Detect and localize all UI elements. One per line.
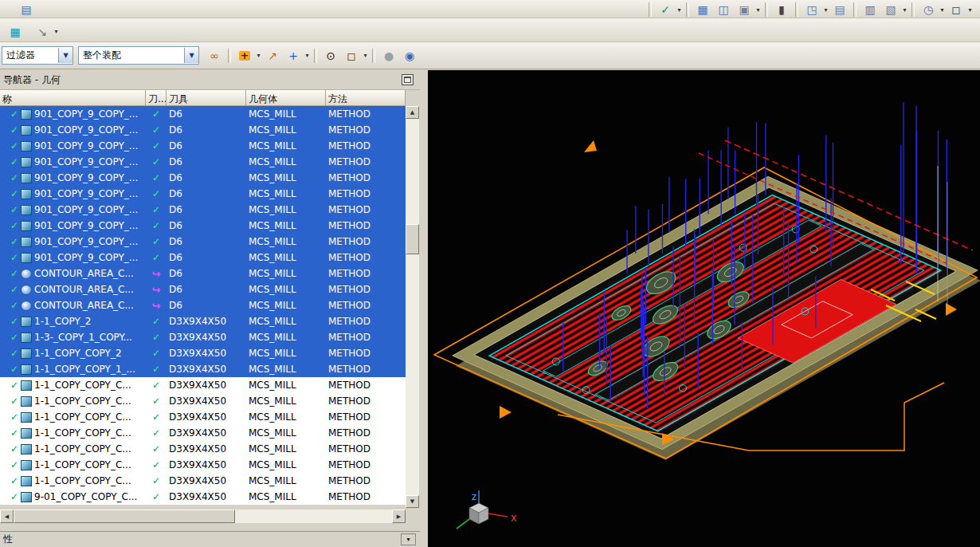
column-header-toolpath[interactable]: 刀... — [146, 90, 167, 106]
operation-row[interactable]: ✓1-1_COPY_COPY_C...✓D3X9X4X50MCS_MILLMET… — [0, 441, 406, 457]
shaded-sphere-icon[interactable]: ● — [379, 47, 398, 65]
grid-icon[interactable]: ▤ — [17, 1, 36, 18]
operation-row[interactable]: ✓CONTOUR_AREA_C...↪D6MCS_MILLMETHOD — [0, 297, 406, 313]
assembly-scope-arrow[interactable]: ▼ — [184, 48, 198, 63]
dropdown-caret-icon[interactable]: ▾ — [966, 6, 974, 14]
geometry-cell: MCS_MILL — [246, 457, 326, 473]
operation-row[interactable]: ✓1-1_COPY_2✓D3X9X4X50MCS_MILLMETHOD — [0, 313, 406, 329]
document-icon[interactable]: ▤ — [830, 1, 849, 18]
scroll-up-icon[interactable]: ▲ — [406, 106, 419, 119]
snap-point-icon[interactable]: + — [235, 47, 254, 65]
column-header-geometry[interactable]: 几何体 — [246, 90, 326, 106]
operation-row[interactable]: ✓901_COPY_9_COPY_...✓D6MCS_MILLMETHOD — [0, 122, 406, 138]
dropdown-caret-icon[interactable]: ▾ — [822, 6, 829, 14]
dropdown-caret-icon[interactable]: ▾ — [755, 6, 762, 14]
ibeam-icon[interactable]: ▮ — [772, 1, 791, 18]
geometry-cell: MCS_MILL — [246, 409, 326, 425]
operation-row[interactable]: ✓1-1_COPY_COPY_C...✓D3X9X4X50MCS_MILLMET… — [0, 409, 406, 425]
geometry-cell: MCS_MILL — [246, 377, 326, 393]
operation-name-cell: ✓901_COPY_9_COPY_... — [0, 138, 146, 154]
dropdown-caret-icon[interactable]: ▾ — [304, 52, 311, 59]
dropdown-caret-icon[interactable]: ▾ — [53, 28, 60, 35]
snap-settings-icon: + — [288, 50, 298, 61]
operation-row[interactable]: ✓1-1_COPY_COPY_1_...✓D3X9X4X50MCS_MILLME… — [0, 361, 406, 377]
wireframe-sphere-icon[interactable]: ◉ — [400, 47, 419, 65]
restore-window-icon[interactable] — [402, 74, 414, 85]
operation-row[interactable]: ✓CONTOUR_AREA_C...↪D6MCS_MILLMETHOD — [0, 281, 406, 297]
tool-cell: D6 — [167, 266, 246, 281]
vertical-scrollbar[interactable]: ▲ ▼ — [406, 106, 419, 508]
orient-arrow-icon[interactable]: ↘ — [33, 23, 52, 41]
scroll-down-icon[interactable]: ▼ — [406, 495, 419, 508]
mill-operation-icon — [21, 444, 32, 455]
vertical-scroll-thumb[interactable] — [406, 224, 419, 254]
mill-operation-icon — [21, 364, 32, 375]
operation-name: 1-1_COPY_COPY_C... — [34, 475, 131, 486]
method-cell: METHOD — [326, 154, 406, 170]
scroll-left-icon[interactable]: ◀ — [0, 510, 14, 523]
apply-check-icon[interactable]: ✓ — [656, 1, 675, 18]
operation-row[interactable]: ✓9-01_COPY_COPY_C...✓D3X9X4X50MCS_MILLME… — [0, 489, 406, 505]
operation-name: 901_COPY_9_COPY_... — [34, 204, 138, 215]
point-arrow-icon[interactable]: ↗ — [263, 47, 282, 65]
dependencies-bar: 性 ▾ — [0, 531, 420, 547]
scroll-right-icon[interactable]: ▶ — [392, 510, 406, 523]
worksheet-icon[interactable]: ▦ — [6, 23, 25, 41]
dropdown-caret-icon[interactable]: ▾ — [362, 52, 369, 59]
panel-rows-icon[interactable]: ▥ — [860, 1, 880, 18]
operation-row[interactable]: ✓1-3-_COPY_1_COPY...✓D3X9X4X50MCS_MILLME… — [0, 329, 406, 345]
graphics-window[interactable]: ZX — [428, 70, 980, 547]
window-corner-icon[interactable]: ◳ — [802, 1, 821, 18]
operation-name: 1-1_COPY_COPY_C... — [34, 427, 131, 439]
mill-operation-icon — [21, 460, 32, 470]
mill-operation-icon — [21, 237, 32, 247]
operation-row[interactable]: ✓901_COPY_9_COPY_...✓D6MCS_MILLMETHOD — [0, 106, 406, 122]
snap-settings-icon[interactable]: + — [284, 47, 303, 65]
tool-cell: D6 — [167, 234, 246, 250]
operation-row[interactable]: ✓1-1_COPY_COPY_C...✓D3X9X4X50MCS_MILLMET… — [0, 425, 406, 441]
operation-row[interactable]: ✓901_COPY_9_COPY_...✓D6MCS_MILLMETHOD — [0, 186, 406, 202]
operation-row[interactable]: ✓1-1_COPY_COPY_C...✓D3X9X4X50MCS_MILLMET… — [0, 393, 406, 409]
operation-row[interactable]: ✓901_COPY_9_COPY_...✓D6MCS_MILLMETHOD — [0, 170, 406, 186]
split-pane-icon[interactable]: ◫ — [714, 1, 733, 18]
dropdown-caret-icon[interactable]: ▾ — [255, 52, 262, 59]
new-window-icon[interactable]: ▣ — [735, 1, 754, 18]
chain-link-icon[interactable]: ∞ — [205, 47, 224, 65]
tool-cell: D3X9X4X50 — [167, 489, 246, 505]
assembly-scope-combo[interactable]: 整个装配 ▼ — [78, 46, 199, 65]
dropdown-caret-icon[interactable]: ▾ — [676, 6, 683, 14]
geometry-cell: MCS_MILL — [246, 234, 326, 250]
toolpath-status-icon: ✓ — [146, 250, 167, 266]
method-cell: METHOD — [326, 266, 406, 281]
operation-row[interactable]: ✓1-1_COPY_COPY_C...✓D3X9X4X50MCS_MILLMET… — [0, 473, 406, 489]
layout-box-icon[interactable]: ◻ — [947, 1, 966, 18]
operation-name: 1-1_COPY_COPY_C... — [34, 395, 131, 407]
filter-combo-arrow[interactable]: ▼ — [58, 48, 73, 63]
operation-row[interactable]: ✓901_COPY_9_COPY_...✓D6MCS_MILLMETHOD — [0, 250, 406, 266]
operation-row[interactable]: ✓901_COPY_9_COPY_...✓D6MCS_MILLMETHOD — [0, 154, 406, 170]
horizontal-scroll-thumb[interactable] — [14, 510, 235, 523]
dropdown-caret-icon[interactable]: ▾ — [939, 6, 946, 14]
operation-row[interactable]: ✓1-1_COPY_COPY_C...✓D3X9X4X50MCS_MILLMET… — [0, 457, 406, 473]
column-header-tool[interactable]: 刀具 — [167, 90, 246, 106]
operation-row[interactable]: ✓1-1_COPY_COPY_C...✓D3X9X4X50MCS_MILLMET… — [0, 377, 406, 393]
operation-row[interactable]: ✓CONTOUR_AREA_C...↪D6MCS_MILLMETHOD — [0, 266, 406, 281]
filter-combo[interactable]: 过滤器 ▼ — [2, 46, 73, 65]
column-header-name[interactable]: 称 — [0, 90, 146, 106]
operation-row[interactable]: ✓901_COPY_9_COPY_...✓D6MCS_MILLMETHOD — [0, 218, 406, 234]
navigator-column-headers: 称 刀... 刀具 几何体 方法 — [0, 90, 406, 106]
column-header-method[interactable]: 方法 — [326, 90, 406, 106]
horizontal-scrollbar[interactable]: ◀ ▶ — [0, 510, 406, 523]
dropdown-caret-icon[interactable]: ▾ — [901, 6, 908, 14]
circle-point-icon[interactable]: ⊙ — [321, 47, 340, 65]
history-clock-icon[interactable]: ◷ — [919, 1, 938, 18]
operation-row[interactable]: ✓1-1_COPY_COPY_2✓D3X9X4X50MCS_MILLMETHOD — [0, 345, 406, 361]
rect-select-icon[interactable]: ◻ — [342, 47, 361, 65]
operation-row[interactable]: ✓901_COPY_9_COPY_...✓D6MCS_MILLMETHOD — [0, 234, 406, 250]
freeze-pane-icon[interactable]: ▦ — [693, 1, 712, 18]
panel-hatch-icon[interactable]: ▧ — [881, 1, 900, 18]
operation-row[interactable]: ✓901_COPY_9_COPY_...✓D6MCS_MILLMETHOD — [0, 138, 406, 154]
toolpath-status-icon: ✓ — [146, 154, 167, 170]
operation-row[interactable]: ✓901_COPY_9_COPY_...✓D6MCS_MILLMETHOD — [0, 202, 406, 218]
dependencies-expand-icon[interactable]: ▾ — [401, 533, 416, 545]
